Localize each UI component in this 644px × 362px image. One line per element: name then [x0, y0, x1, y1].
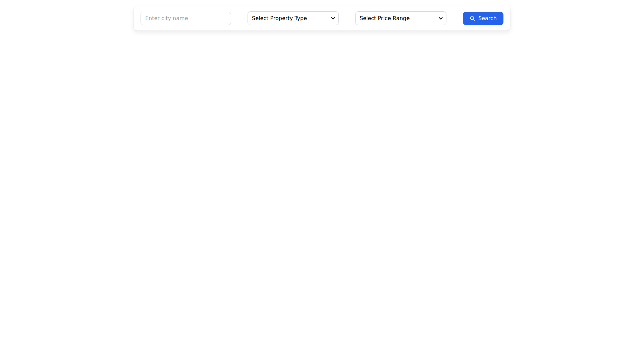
- search-icon: [470, 15, 475, 21]
- property-type-select[interactable]: Select Property Type: [248, 11, 339, 25]
- search-button-label: Search: [478, 16, 497, 21]
- page: Select Property Type Select Price Range: [0, 6, 644, 362]
- search-button[interactable]: Search: [463, 12, 503, 25]
- price-range-select-wrap: Select Price Range: [355, 11, 446, 25]
- price-range-select[interactable]: Select Price Range: [355, 11, 446, 25]
- search-bar-card: Select Property Type Select Price Range: [134, 6, 510, 31]
- property-type-select-wrap: Select Property Type: [248, 11, 339, 25]
- city-name-input[interactable]: [141, 12, 231, 25]
